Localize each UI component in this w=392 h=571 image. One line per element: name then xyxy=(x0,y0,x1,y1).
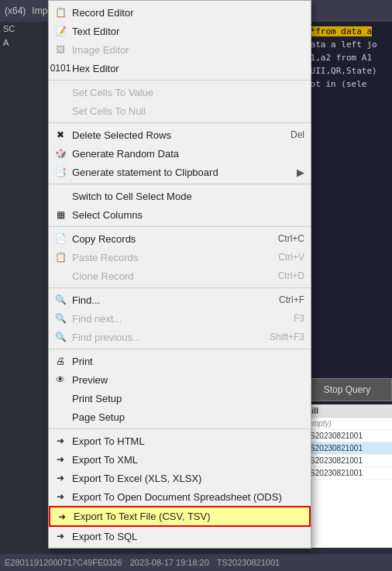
menu-item-page-setup[interactable]: Page Setup xyxy=(49,408,311,426)
menu-item-shortcut-delete-rows: Del xyxy=(275,129,304,140)
menu-item-record-editor[interactable]: 📋Record Editor xyxy=(49,3,311,22)
menu-separator-after-hex-editor xyxy=(49,80,311,81)
sql-line-2: data a left jo xyxy=(305,38,389,51)
grid-cell-2[interactable]: TS20230821001 xyxy=(302,442,392,455)
menu-item-label-export-html: Export To HTML xyxy=(72,435,304,447)
menu-item-icon-print-setup xyxy=(53,391,67,405)
menu-item-label-gen-random: Generate Random Data xyxy=(72,148,304,160)
menu-item-label-select-columns: Select Columns xyxy=(72,209,304,221)
menu-item-label-print: Print xyxy=(72,356,304,367)
data-grid: Bill (empty) TS20230821001 TS20230821001… xyxy=(302,404,392,548)
menu-item-icon-gen-statement: 📑 xyxy=(53,165,67,179)
menu-item-label-export-xml: Export To XML xyxy=(72,454,304,466)
menu-separator-after-page-setup xyxy=(49,428,311,429)
menu-item-label-print-setup: Print Setup xyxy=(72,393,304,404)
menu-item-export-excel[interactable]: ➜Export To Excel (XLS, XLSX) xyxy=(49,469,311,487)
menu-item-export-ods[interactable]: ➜Export To Open Document Spreadsheet (OD… xyxy=(49,487,311,506)
grid-cell-0[interactable]: (empty) xyxy=(302,418,392,430)
menu-item-text-editor[interactable]: 📝Text Editor xyxy=(49,22,311,40)
menu-item-label-record-editor: Record Editor xyxy=(72,7,304,19)
menu-item-delete-rows[interactable]: ✖Delete Selected RowsDel xyxy=(49,126,311,144)
menu-item-label-find-next: Find next... xyxy=(72,313,273,325)
menu-item-shortcut-find-next: F3 xyxy=(278,313,304,324)
menu-item-label-export-excel: Export To Excel (XLS, XLSX) xyxy=(72,473,304,484)
menu-item-icon-export-html: ➜ xyxy=(53,434,67,448)
menu-item-label-text-editor: Text Editor xyxy=(72,26,304,37)
menu-item-cell-select[interactable]: Switch to Cell Select Mode xyxy=(49,187,311,205)
left-panel-sc: SC xyxy=(0,22,48,36)
menu-item-icon-gen-random: 🎲 xyxy=(53,146,67,160)
menu-item-gen-random[interactable]: 🎲Generate Random Data xyxy=(49,144,311,163)
menu-item-hex-editor[interactable]: 0101Hex Editor xyxy=(49,59,311,77)
menu-item-gen-statement[interactable]: 📑Generate statement to Clipboard▶ xyxy=(49,163,311,181)
menu-item-icon-select-columns: ▦ xyxy=(53,208,67,222)
menu-item-preview[interactable]: 👁Preview xyxy=(49,370,311,389)
menu-item-label-find: Find... xyxy=(72,294,259,306)
window-title: (x64) xyxy=(5,5,26,16)
menu-item-label-set-cells-null: Set Cells To Null xyxy=(72,105,304,117)
menu-item-label-paste-records: Paste Records xyxy=(72,252,258,263)
status-text-3: TS20230821001 xyxy=(217,558,280,567)
menu-separator-after-clone-record xyxy=(49,287,311,288)
menu-item-arrow-gen-statement: ▶ xyxy=(297,167,304,178)
menu-item-icon-page-setup xyxy=(53,410,67,424)
menu-item-select-columns[interactable]: ▦Select Columns xyxy=(49,205,311,224)
grid-cell-4[interactable]: TS20230821001 xyxy=(302,467,392,480)
menu-item-export-csv[interactable]: ➜Export To Text File (CSV, TSV) xyxy=(49,506,311,527)
menu-item-icon-clone-record xyxy=(53,269,67,283)
menu-item-find[interactable]: 🔍Find...Ctrl+F xyxy=(49,291,311,309)
menu-item-icon-find-prev: 🔍 xyxy=(53,330,67,344)
grid-cell-1[interactable]: TS20230821001 xyxy=(302,430,392,442)
menu-item-label-export-csv: Export To Text File (CSV, TSV) xyxy=(74,511,303,522)
menu-item-icon-export-xml: ➜ xyxy=(53,452,67,466)
menu-item-label-gen-statement: Generate statement to Clipboard xyxy=(72,167,292,178)
menu-item-copy-records[interactable]: 📄Copy RecordsCtrl+C xyxy=(49,229,311,248)
menu-item-label-export-sql: Export To SQL xyxy=(72,531,304,542)
menu-item-label-hex-editor: Hex Editor xyxy=(72,63,304,74)
menu-item-label-page-setup: Page Setup xyxy=(72,411,304,423)
menu-item-icon-find-next: 🔍 xyxy=(53,311,67,325)
menu-item-icon-preview: 👁 xyxy=(53,373,67,387)
grid-cell-3[interactable]: TS20230821001 xyxy=(302,455,392,467)
menu-item-set-cells-null: Set Cells To Null xyxy=(49,101,311,120)
menu-item-shortcut-paste-records: Ctrl+V xyxy=(263,252,304,263)
menu-item-icon-image-editor: 🖼 xyxy=(53,43,67,57)
menu-item-export-sql[interactable]: ➜Export To SQL xyxy=(49,527,311,545)
menu-separator-after-select-columns xyxy=(49,226,311,227)
menu-item-icon-cell-select xyxy=(53,189,67,203)
menu-item-label-cell-select: Switch to Cell Select Mode xyxy=(72,191,304,202)
menu-item-export-xml[interactable]: ➜Export To XML xyxy=(49,450,311,469)
menu-item-print-setup[interactable]: Print Setup xyxy=(49,389,311,408)
menu-item-icon-hex-editor: 0101 xyxy=(53,61,67,75)
stop-query-area: Stop Query xyxy=(302,378,392,401)
sql-line-3: a1,a2 from A1 xyxy=(305,51,389,64)
menu-item-icon-text-editor: 📝 xyxy=(53,24,67,38)
menu-item-icon-set-cells-null xyxy=(53,104,67,118)
left-panel-a: A xyxy=(0,36,48,50)
stop-query-button[interactable]: Stop Query xyxy=(302,378,392,401)
menu-item-label-set-cells-value: Set Cells To Value xyxy=(72,87,304,98)
sql-line-5: not in (sele xyxy=(305,77,389,91)
menu-item-icon-export-csv: ➜ xyxy=(55,510,69,524)
menu-item-label-preview: Preview xyxy=(72,374,304,386)
menu-item-clone-record: Clone RecordCtrl+D xyxy=(49,267,311,285)
menu-item-icon-set-cells-value xyxy=(53,85,67,99)
menu-item-icon-export-ods: ➜ xyxy=(53,490,67,504)
status-bar: E28011912000717C49FE0326 2023-08-17 19:1… xyxy=(0,554,392,571)
menu-item-icon-export-excel: ➜ xyxy=(53,471,67,485)
status-text-2: 2023-08-17 19:18:20 xyxy=(130,558,209,567)
menu-item-find-prev: 🔍Find previous...Shift+F3 xyxy=(49,328,311,346)
left-panel: SC A xyxy=(0,22,48,554)
menu-item-print[interactable]: 🖨Print xyxy=(49,352,311,370)
menu-item-icon-find: 🔍 xyxy=(53,293,67,307)
menu-item-export-html[interactable]: ➜Export To HTML xyxy=(49,432,311,450)
menu-item-label-image-editor: Image Editor xyxy=(72,44,304,56)
grid-header-bill: Bill xyxy=(302,404,392,418)
menu-item-icon-print: 🖨 xyxy=(53,354,67,368)
sql-line-1: .*from data a xyxy=(305,25,389,38)
sql-line-4: ,UII,QR,State) xyxy=(305,64,389,77)
menu-item-image-editor: 🖼Image Editor xyxy=(49,40,311,59)
menu-item-label-delete-rows: Delete Selected Rows xyxy=(72,129,270,141)
menu-separator-after-set-cells-null xyxy=(49,122,311,123)
menu-item-icon-record-editor: 📋 xyxy=(53,5,67,19)
